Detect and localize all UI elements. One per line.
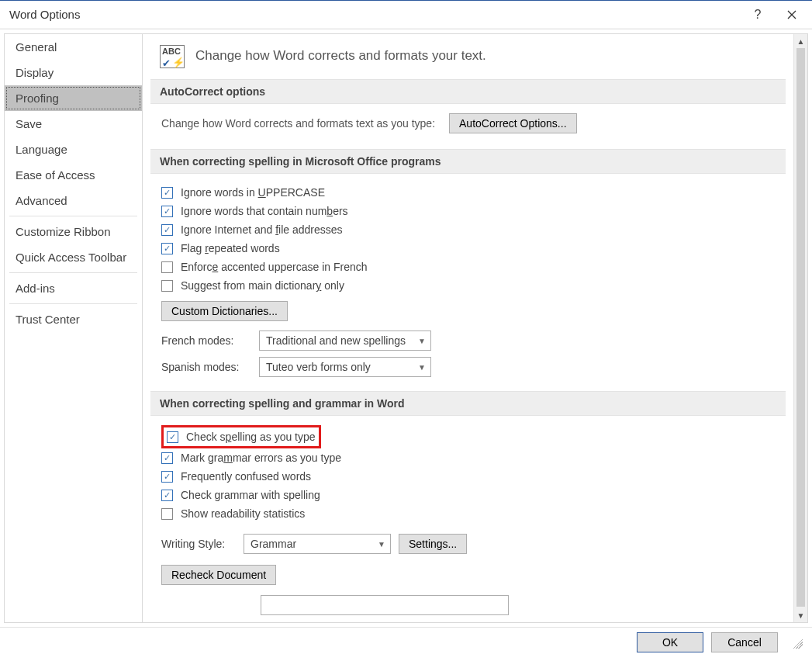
cutoff-dropdown[interactable]: [261, 595, 509, 615]
checkbox-flag-repeated[interactable]: ✓ Flag repeated words: [161, 239, 778, 258]
sidebar-item-customize-ribbon[interactable]: Customize Ribbon: [5, 219, 142, 244]
sidebar-item-display[interactable]: Display: [5, 60, 142, 85]
checkbox-grammar-with-spelling[interactable]: ✓ Check grammar with spelling: [161, 486, 778, 504]
dialog-title: Word Options: [9, 8, 80, 21]
chevron-down-icon: ▼: [418, 337, 426, 345]
recheck-document-button[interactable]: Recheck Document: [161, 565, 276, 585]
sidebar-item-general[interactable]: General: [5, 34, 142, 60]
proofing-icon: ABC✔⚡: [160, 45, 185, 68]
dialog-footer: OK Cancel: [0, 628, 812, 657]
sidebar-item-trust-center[interactable]: Trust Center: [5, 306, 142, 332]
autocorrect-desc: Change how Word corrects and formats tex…: [161, 117, 435, 130]
resize-grip[interactable]: [790, 636, 803, 649]
sidebar-item-language[interactable]: Language: [5, 137, 142, 162]
sidebar-item-ease-of-access[interactable]: Ease of Access: [5, 162, 142, 188]
checkbox-check-spelling[interactable]: ✓ Check spelling as you type: [167, 429, 316, 445]
spanish-modes-dropdown[interactable]: Tuteo verb forms only▼: [259, 357, 431, 377]
sidebar-item-add-ins[interactable]: Add-ins: [5, 275, 142, 301]
settings-button[interactable]: Settings...: [399, 534, 467, 554]
chevron-down-icon: ▼: [378, 540, 385, 549]
french-modes-dropdown[interactable]: Traditional and new spellings▼: [259, 330, 431, 351]
cancel-button[interactable]: Cancel: [711, 632, 778, 652]
scroll-up-button[interactable]: ▲: [794, 34, 807, 48]
writing-style-dropdown[interactable]: Grammar▼: [244, 534, 391, 554]
checkbox-french-accent[interactable]: ✓ Enforce accented uppercase in French: [161, 258, 778, 276]
scroll-thumb[interactable]: [796, 48, 805, 607]
checkbox-main-dictionary[interactable]: ✓ Suggest from main dictionary only: [161, 276, 778, 295]
highlighted-check-spelling: ✓ Check spelling as you type: [161, 425, 321, 448]
sidebar-item-save[interactable]: Save: [5, 111, 142, 137]
close-button[interactable]: [775, 2, 809, 28]
scrollbar[interactable]: ▲ ▼: [793, 34, 807, 622]
titlebar: Word Options ?: [0, 1, 812, 29]
section-header-autocorrect: AutoCorrect options: [150, 79, 786, 104]
checkbox-ignore-internet[interactable]: ✓ Ignore Internet and file addresses: [161, 220, 778, 239]
section-header-word-grammar: When correcting spelling and grammar in …: [150, 391, 786, 416]
french-modes-label: French modes:: [161, 334, 251, 347]
writing-style-label: Writing Style:: [161, 538, 236, 550]
section-header-office-spelling: When correcting spelling in Microsoft Of…: [150, 149, 786, 174]
sidebar-item-proofing[interactable]: Proofing: [5, 85, 142, 111]
checkbox-mark-grammar[interactable]: ✓ Mark grammar errors as you type: [161, 448, 778, 467]
dialog-body: General Display Proofing Save Language E…: [0, 29, 812, 628]
options-sidebar: General Display Proofing Save Language E…: [4, 33, 143, 623]
page-heading: Change how Word corrects and formats you…: [195, 45, 486, 64]
checkbox-ignore-numbers[interactable]: ✓ Ignore words that contain numbers: [161, 202, 778, 220]
spanish-modes-label: Spanish modes:: [161, 361, 251, 373]
help-button[interactable]: ?: [741, 2, 775, 28]
ok-button[interactable]: OK: [637, 632, 703, 652]
sidebar-item-advanced[interactable]: Advanced: [5, 188, 142, 213]
partial-cutoff-row: [161, 594, 778, 616]
checkbox-confused-words[interactable]: ✓ Frequently confused words: [161, 467, 778, 486]
custom-dictionaries-button[interactable]: Custom Dictionaries...: [161, 301, 288, 321]
checkbox-ignore-uppercase[interactable]: ✓ Ignore words in UPPERCASE: [161, 183, 778, 202]
close-icon: [787, 10, 796, 19]
sidebar-item-quick-access-toolbar[interactable]: Quick Access Toolbar: [5, 244, 142, 270]
chevron-down-icon: ▼: [418, 363, 426, 372]
checkbox-readability[interactable]: ✓ Show readability statistics: [161, 504, 778, 523]
autocorrect-options-button[interactable]: AutoCorrect Options...: [449, 113, 577, 133]
options-panel: ABC✔⚡ Change how Word corrects and forma…: [143, 34, 793, 622]
scroll-down-button[interactable]: ▼: [794, 608, 807, 622]
